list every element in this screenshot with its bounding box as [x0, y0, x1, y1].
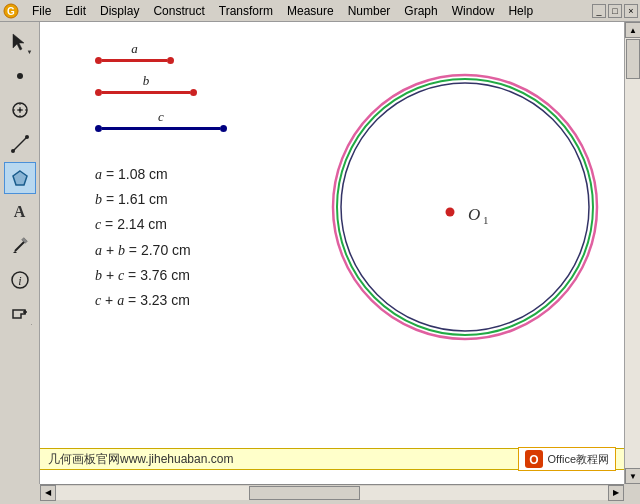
scroll-track-right[interactable]: [625, 38, 640, 468]
segment-c-line: [102, 127, 220, 130]
close-button[interactable]: ×: [624, 4, 638, 18]
svg-marker-2: [13, 34, 24, 50]
svg-text:O: O: [468, 205, 480, 224]
svg-point-3: [17, 73, 23, 79]
maximize-button[interactable]: □: [608, 4, 622, 18]
segment-b-right-dot: [190, 89, 197, 96]
segment-b-left-dot: [95, 89, 102, 96]
menu-transform[interactable]: Transform: [213, 2, 279, 20]
office-text: Office教程网: [547, 452, 609, 467]
segment-a-line: [102, 59, 167, 62]
menu-file[interactable]: File: [26, 2, 57, 20]
svg-point-23: [446, 208, 455, 217]
measurement-b: b = 1.61 cm: [95, 187, 191, 212]
segment-a-label: a: [131, 41, 138, 57]
segment-a-right-dot: [167, 57, 174, 64]
hscroll-thumb[interactable]: [249, 486, 359, 500]
svg-line-12: [15, 241, 25, 251]
svg-text:O: O: [530, 453, 539, 467]
svg-marker-11: [13, 171, 27, 185]
svg-line-8: [13, 137, 27, 151]
scroll-right-button[interactable]: ▶: [608, 485, 624, 501]
menu-number[interactable]: Number: [342, 2, 397, 20]
minimize-button[interactable]: _: [592, 4, 606, 18]
tool-text[interactable]: A: [4, 196, 36, 228]
tool-segment[interactable]: [4, 128, 36, 160]
watermark-text: 几何画板官网www.jihehuaban.com: [48, 451, 233, 468]
office-badge: O Office教程网: [518, 447, 616, 471]
segment-c-left-dot: [95, 125, 102, 132]
menu-edit[interactable]: Edit: [59, 2, 92, 20]
svg-marker-17: [13, 310, 25, 318]
watermark-bar: 几何画板官网www.jihehuaban.com O Office教程网: [40, 448, 624, 470]
menu-help[interactable]: Help: [502, 2, 539, 20]
menu-graph[interactable]: Graph: [398, 2, 443, 20]
tool-polygon[interactable]: [4, 162, 36, 194]
menu-construct[interactable]: Construct: [147, 2, 210, 20]
tool-select[interactable]: ▼: [4, 26, 36, 58]
tool-info[interactable]: i: [4, 264, 36, 296]
menu-measure[interactable]: Measure: [281, 2, 340, 20]
segment-b-line: [102, 91, 190, 94]
scroll-thumb-right[interactable]: [626, 39, 640, 79]
hscroll-track[interactable]: [56, 486, 608, 500]
segment-b-container: b: [95, 82, 197, 100]
right-scrollbar: ▲ ▼: [624, 22, 640, 484]
scroll-up-button[interactable]: ▲: [625, 22, 640, 38]
segment-c-container: c: [95, 118, 227, 136]
app-icon: G: [2, 2, 20, 20]
canvas[interactable]: a b c a = 1.08: [40, 22, 624, 484]
tool-marker[interactable]: [4, 230, 36, 262]
svg-point-10: [25, 135, 29, 139]
segment-b-label: b: [143, 73, 150, 89]
svg-text:i: i: [18, 274, 21, 288]
svg-point-21: [337, 79, 593, 335]
tool-more[interactable]: ·: [4, 298, 36, 330]
left-toolbar: ▼: [0, 22, 40, 484]
measurement-c: c = 2.14 cm: [95, 212, 191, 237]
measurements-panel: a = 1.08 cm b = 1.61 cm c = 2.14 cm a + …: [95, 162, 191, 313]
segment-c-right-dot: [220, 125, 227, 132]
measurement-bc: b + c = 3.76 cm: [95, 263, 191, 288]
segment-c-label: c: [158, 109, 164, 125]
segment-a-left-dot: [95, 57, 102, 64]
menu-window[interactable]: Window: [446, 2, 501, 20]
scroll-left-button[interactable]: ◀: [40, 485, 56, 501]
svg-point-9: [11, 149, 15, 153]
svg-text:G: G: [7, 6, 15, 17]
tool-compass[interactable]: [4, 94, 36, 126]
bottom-scrollbar: ◀ ▶: [40, 484, 624, 500]
svg-point-22: [341, 83, 589, 331]
measurement-a: a = 1.08 cm: [95, 162, 191, 187]
tool-point[interactable]: [4, 60, 36, 92]
circle-svg: O 1: [320, 52, 610, 362]
svg-text:1: 1: [483, 214, 489, 226]
segment-a-container: a: [95, 50, 174, 68]
svg-point-20: [333, 75, 597, 339]
menubar: G File Edit Display Construct Transform …: [0, 0, 640, 22]
measurement-ca: c + a = 3.23 cm: [95, 288, 191, 313]
measurement-ab: a + b = 2.70 cm: [95, 238, 191, 263]
svg-marker-13: [13, 251, 17, 253]
scroll-down-button[interactable]: ▼: [625, 468, 640, 484]
menu-display[interactable]: Display: [94, 2, 145, 20]
